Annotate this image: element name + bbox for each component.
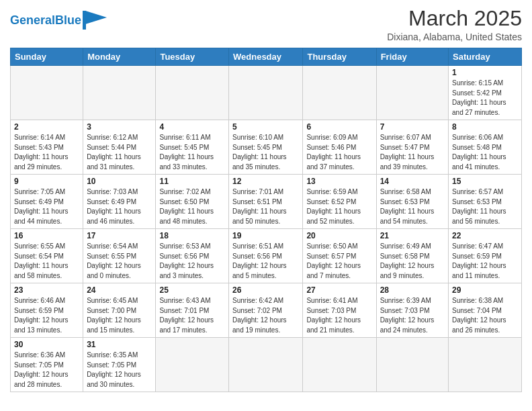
calendar-cell: 8Sunrise: 6:06 AM Sunset: 5:48 PM Daylig…	[449, 120, 522, 175]
day-number: 31	[87, 340, 152, 349]
title-block: March 2025 Dixiana, Alabama, United Stat…	[387, 7, 522, 42]
calendar-cell: 20Sunrise: 6:50 AM Sunset: 6:57 PM Dayli…	[303, 229, 376, 283]
day-number: 18	[159, 231, 225, 240]
day-number: 13	[306, 177, 372, 186]
calendar-cell: 7Sunrise: 6:07 AM Sunset: 5:47 PM Daylig…	[376, 120, 448, 175]
day-info: Sunrise: 6:14 AM Sunset: 5:43 PM Dayligh…	[14, 133, 79, 172]
day-number: 27	[306, 285, 372, 295]
day-number: 21	[380, 231, 445, 240]
month-title: March 2025	[387, 7, 522, 30]
day-info: Sunrise: 6:49 AM Sunset: 6:58 PM Dayligh…	[380, 242, 445, 281]
calendar-cell: 30Sunrise: 6:36 AM Sunset: 7:05 PM Dayli…	[11, 338, 83, 392]
calendar-cell: 6Sunrise: 6:09 AM Sunset: 5:46 PM Daylig…	[303, 120, 376, 175]
calendar-cell: 22Sunrise: 6:47 AM Sunset: 6:59 PM Dayli…	[449, 229, 522, 283]
day-number: 6	[306, 122, 372, 132]
day-info: Sunrise: 6:41 AM Sunset: 7:03 PM Dayligh…	[306, 296, 372, 335]
day-number: 22	[452, 231, 518, 240]
day-info: Sunrise: 6:10 AM Sunset: 5:45 PM Dayligh…	[232, 133, 299, 172]
calendar-cell: 5Sunrise: 6:10 AM Sunset: 5:45 PM Daylig…	[229, 120, 303, 175]
day-number: 3	[87, 122, 152, 132]
calendar-week-1: 1Sunrise: 6:15 AM Sunset: 5:42 PM Daylig…	[11, 66, 522, 120]
day-info: Sunrise: 6:07 AM Sunset: 5:47 PM Dayligh…	[380, 133, 445, 172]
location: Dixiana, Alabama, United States	[387, 32, 522, 42]
logo-text: GeneralBlue	[10, 13, 81, 28]
day-info: Sunrise: 6:11 AM Sunset: 5:45 PM Dayligh…	[159, 133, 225, 172]
header: GeneralBlue March 2025 Dixiana, Alabama,…	[10, 7, 522, 42]
page: GeneralBlue March 2025 Dixiana, Alabama,…	[0, 0, 532, 402]
day-number: 23	[14, 285, 79, 295]
calendar-cell: 26Sunrise: 6:42 AM Sunset: 7:02 PM Dayli…	[229, 283, 303, 338]
day-info: Sunrise: 6:45 AM Sunset: 7:00 PM Dayligh…	[87, 296, 152, 335]
calendar-week-6: 30Sunrise: 6:36 AM Sunset: 7:05 PM Dayli…	[11, 338, 522, 392]
day-info: Sunrise: 6:09 AM Sunset: 5:46 PM Dayligh…	[306, 133, 372, 172]
calendar-cell: 12Sunrise: 7:01 AM Sunset: 6:51 PM Dayli…	[229, 175, 303, 229]
calendar-cell: 14Sunrise: 6:58 AM Sunset: 6:53 PM Dayli…	[376, 175, 448, 229]
calendar-cell	[449, 338, 522, 392]
weekday-tuesday: Tuesday	[156, 48, 229, 66]
calendar-cell	[303, 66, 376, 120]
weekday-friday: Friday	[376, 48, 448, 66]
day-info: Sunrise: 6:39 AM Sunset: 7:03 PM Dayligh…	[380, 296, 445, 335]
calendar-cell	[229, 66, 303, 120]
day-info: Sunrise: 6:36 AM Sunset: 7:05 PM Dayligh…	[14, 351, 79, 390]
day-info: Sunrise: 6:35 AM Sunset: 7:05 PM Dayligh…	[87, 351, 152, 390]
day-number: 26	[232, 285, 299, 295]
day-number: 30	[14, 340, 79, 349]
logo-blue: Blue	[55, 13, 81, 27]
day-number: 28	[380, 285, 445, 295]
weekday-sunday: Sunday	[11, 48, 83, 66]
weekday-monday: Monday	[83, 48, 156, 66]
calendar-cell: 21Sunrise: 6:49 AM Sunset: 6:58 PM Dayli…	[376, 229, 448, 283]
calendar-cell: 13Sunrise: 6:59 AM Sunset: 6:52 PM Dayli…	[303, 175, 376, 229]
day-number: 5	[232, 122, 299, 132]
day-info: Sunrise: 6:54 AM Sunset: 6:55 PM Dayligh…	[87, 242, 152, 281]
calendar-cell: 11Sunrise: 7:02 AM Sunset: 6:50 PM Dayli…	[156, 175, 229, 229]
day-info: Sunrise: 6:55 AM Sunset: 6:54 PM Dayligh…	[14, 242, 79, 281]
day-number: 11	[159, 177, 225, 186]
calendar-cell: 9Sunrise: 7:05 AM Sunset: 6:49 PM Daylig…	[11, 175, 83, 229]
calendar-cell: 19Sunrise: 6:51 AM Sunset: 6:56 PM Dayli…	[229, 229, 303, 283]
day-number: 14	[380, 177, 445, 186]
calendar-cell: 4Sunrise: 6:11 AM Sunset: 5:45 PM Daylig…	[156, 120, 229, 175]
day-number: 20	[306, 231, 372, 240]
calendar-cell: 24Sunrise: 6:45 AM Sunset: 7:00 PM Dayli…	[83, 283, 156, 338]
calendar-cell: 17Sunrise: 6:54 AM Sunset: 6:55 PM Dayli…	[83, 229, 156, 283]
calendar-cell: 1Sunrise: 6:15 AM Sunset: 5:42 PM Daylig…	[449, 66, 522, 120]
calendar-cell: 10Sunrise: 7:03 AM Sunset: 6:49 PM Dayli…	[83, 175, 156, 229]
day-info: Sunrise: 6:53 AM Sunset: 6:56 PM Dayligh…	[159, 242, 225, 281]
calendar-cell: 16Sunrise: 6:55 AM Sunset: 6:54 PM Dayli…	[11, 229, 83, 283]
day-info: Sunrise: 6:42 AM Sunset: 7:02 PM Dayligh…	[232, 296, 299, 335]
day-info: Sunrise: 6:15 AM Sunset: 5:42 PM Dayligh…	[452, 79, 518, 118]
calendar-cell: 25Sunrise: 6:43 AM Sunset: 7:01 PM Dayli…	[156, 283, 229, 338]
calendar-cell: 31Sunrise: 6:35 AM Sunset: 7:05 PM Dayli…	[83, 338, 156, 392]
day-number: 15	[452, 177, 518, 186]
calendar-cell: 15Sunrise: 6:57 AM Sunset: 6:53 PM Dayli…	[449, 175, 522, 229]
day-info: Sunrise: 6:57 AM Sunset: 6:53 PM Dayligh…	[452, 187, 518, 226]
day-info: Sunrise: 6:06 AM Sunset: 5:48 PM Dayligh…	[452, 133, 518, 172]
calendar-week-2: 2Sunrise: 6:14 AM Sunset: 5:43 PM Daylig…	[11, 120, 522, 175]
svg-rect-1	[83, 11, 86, 30]
day-number: 24	[87, 285, 152, 295]
day-info: Sunrise: 6:47 AM Sunset: 6:59 PM Dayligh…	[452, 242, 518, 281]
day-info: Sunrise: 6:38 AM Sunset: 7:04 PM Dayligh…	[452, 296, 518, 335]
calendar-cell: 2Sunrise: 6:14 AM Sunset: 5:43 PM Daylig…	[11, 120, 83, 175]
calendar-cell	[376, 66, 448, 120]
weekday-row: Sunday Monday Tuesday Wednesday Thursday…	[11, 48, 522, 66]
day-info: Sunrise: 6:50 AM Sunset: 6:57 PM Dayligh…	[306, 242, 372, 281]
calendar-body: 1Sunrise: 6:15 AM Sunset: 5:42 PM Daylig…	[11, 66, 522, 392]
day-number: 25	[159, 285, 225, 295]
calendar-cell	[11, 66, 83, 120]
day-number: 8	[452, 122, 518, 132]
calendar-cell: 28Sunrise: 6:39 AM Sunset: 7:03 PM Dayli…	[376, 283, 448, 338]
logo: GeneralBlue	[10, 11, 107, 30]
weekday-saturday: Saturday	[449, 48, 522, 66]
calendar: Sunday Monday Tuesday Wednesday Thursday…	[10, 48, 522, 392]
day-number: 4	[159, 122, 225, 132]
logo-general: General	[10, 13, 55, 27]
day-info: Sunrise: 6:59 AM Sunset: 6:52 PM Dayligh…	[306, 187, 372, 226]
day-number: 19	[232, 231, 299, 240]
day-info: Sunrise: 6:51 AM Sunset: 6:56 PM Dayligh…	[232, 242, 299, 281]
calendar-cell	[376, 338, 448, 392]
calendar-week-3: 9Sunrise: 7:05 AM Sunset: 6:49 PM Daylig…	[11, 175, 522, 229]
day-number: 7	[380, 122, 445, 132]
